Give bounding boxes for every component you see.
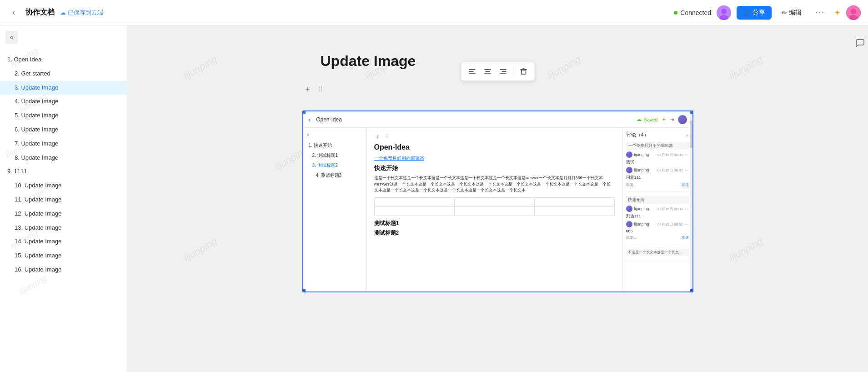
- edit-icon: ✏: [782, 9, 787, 16]
- comment-meta-1a: lijunping 04月15日 08:31 ···: [626, 151, 689, 158]
- inner-sidebar-collapse[interactable]: «: [307, 131, 363, 138]
- inner-comments-panel: 评论（4） » 一个免费且好用的编辑器 lijunping 04: [622, 128, 692, 292]
- saved-label: 已保存到云端: [68, 9, 103, 17]
- embed-wrapper: ‹ Open-Idea ☁ Saved ✦ ⇥: [302, 111, 693, 292]
- handle-bl[interactable]: [302, 289, 306, 292]
- inner-topbar: ‹ Open-Idea ☁ Saved ✦ ⇥: [303, 111, 692, 128]
- user-avatar-2[interactable]: [846, 5, 861, 20]
- comment-avatar-2a: [626, 206, 632, 212]
- comment-reply-area-1: 发送: [626, 182, 689, 187]
- comment-time-1a: 04月15日 08:31: [657, 152, 683, 157]
- inner-back-button[interactable]: ‹: [309, 116, 311, 123]
- svg-point-4: [851, 9, 856, 14]
- inner-nav-1[interactable]: 1. 快速开始: [307, 141, 363, 151]
- comment-more-2a[interactable]: ···: [685, 206, 688, 211]
- content-wrapper: Update Image +: [302, 53, 693, 292]
- sidebar-item-13[interactable]: 13. Update Image: [0, 221, 127, 235]
- handle-br[interactable]: [690, 289, 693, 292]
- drag-block-button[interactable]: ⠿: [315, 84, 326, 95]
- main-layout: lijunping lijunping lijunping lijunping …: [0, 25, 868, 372]
- sidebar-item-15[interactable]: 15. Update Image: [0, 249, 127, 263]
- inner-table: [374, 197, 615, 216]
- comment-meta-2b: lijunping 04月15日 08:32 ···: [626, 221, 689, 227]
- share-icon: 👤: [743, 9, 751, 16]
- brightness-button[interactable]: ✦: [834, 8, 841, 18]
- inner-nav-3[interactable]: 3. 测试标题2: [307, 161, 363, 171]
- inner-content-header: + ⠿: [374, 133, 615, 141]
- sidebar-item-9[interactable]: 9. 1111: [0, 165, 127, 179]
- user-avatar-1[interactable]: [717, 5, 731, 20]
- comment-author-2a: lijunping: [634, 206, 649, 211]
- cloud-save-status: ☁ 已保存到云端: [60, 9, 103, 17]
- inner-h1: Open-Idea: [374, 143, 615, 151]
- sidebar-item-10[interactable]: 10. Update Image: [0, 179, 127, 193]
- toolbar-divider: [513, 67, 513, 76]
- inner-h3-1: 测试标题1: [374, 220, 615, 227]
- sidebar-item-8[interactable]: 8. Update Image: [0, 151, 127, 165]
- comment-meta-2a: lijunping 04月15日 08:32 ···: [626, 206, 689, 212]
- edit-button[interactable]: ✏ 编辑: [777, 6, 806, 20]
- comment-reply-input-2[interactable]: [626, 236, 680, 240]
- comment-reply-input-1[interactable]: [626, 183, 680, 187]
- comments-title: 评论（4）: [626, 131, 649, 138]
- add-block-button[interactable]: +: [302, 84, 313, 95]
- connected-label: Connected: [680, 9, 711, 16]
- topbar-right: Connected 👤 分享 ✏ 编辑 ··· ✦: [674, 5, 861, 20]
- chat-icon-button[interactable]: [852, 35, 868, 51]
- handle-tr[interactable]: [690, 111, 693, 114]
- inner-scrollbar-thumb[interactable]: [690, 128, 692, 148]
- sidebar: lijunping lijunping lijunping lijunping …: [0, 25, 127, 372]
- sidebar-collapse-button[interactable]: «: [5, 31, 18, 44]
- comment-send-2[interactable]: 发送: [682, 235, 689, 240]
- inner-user-avatar[interactable]: [678, 115, 687, 124]
- comment-send-1[interactable]: 发送: [682, 182, 689, 187]
- align-center-button[interactable]: [480, 64, 495, 79]
- sidebar-item-2[interactable]: 2. Get started: [0, 67, 127, 81]
- sidebar-item-5[interactable]: 5. Update Image: [0, 109, 127, 123]
- inner-add-button[interactable]: +: [374, 133, 381, 141]
- sidebar-item-12[interactable]: 12. Update Image: [0, 207, 127, 221]
- comment-author-1b: lijunping: [634, 168, 649, 172]
- sidebar-item-1[interactable]: 1. Open Idea: [0, 53, 127, 67]
- more-button[interactable]: ···: [812, 6, 828, 19]
- sidebar-item-11[interactable]: 11. Update Image: [0, 193, 127, 207]
- back-button[interactable]: ‹: [7, 6, 20, 19]
- share-button[interactable]: 👤 分享: [737, 6, 772, 20]
- sidebar-item-6[interactable]: 6. Update Image: [0, 123, 127, 137]
- inner-nav-2[interactable]: 2. 测试标题1: [307, 151, 363, 161]
- comment-more-2b[interactable]: ···: [685, 222, 688, 227]
- comment-anchor-3: 不这是一个长文本这是一个长文...: [626, 249, 689, 256]
- comment-more-1a[interactable]: ···: [685, 152, 688, 157]
- comments-expand-icon[interactable]: »: [686, 132, 688, 138]
- delete-button[interactable]: [516, 64, 531, 79]
- comment-author-2b: lijunping: [634, 222, 649, 226]
- comment-anchor-1: 一个免费且好用的编辑器: [626, 142, 689, 150]
- page-title: Update Image: [321, 53, 416, 70]
- inner-link[interactable]: 一个免费且好用的编辑器: [374, 155, 615, 161]
- align-left-button[interactable]: [465, 64, 479, 79]
- comment-block-2: 快速开始 lijunping 04月15日 08:32 ··· 到达111: [626, 196, 689, 244]
- inner-sun-icon[interactable]: ✦: [662, 116, 666, 123]
- embed-frame[interactable]: ‹ Open-Idea ☁ Saved ✦ ⇥: [302, 111, 693, 292]
- inner-drag-button[interactable]: ⠿: [383, 133, 391, 141]
- connected-badge: Connected: [674, 9, 711, 16]
- inner-h2: 快速开始: [374, 164, 615, 172]
- sidebar-item-7[interactable]: 7. Update Image: [0, 137, 127, 151]
- comment-meta-1b: lijunping 04月15日 08:32 ···: [626, 167, 689, 173]
- inner-content: + ⠿ Open-Idea 一个免费且好用的编辑器 快速开始 这是一个长文本这是…: [367, 128, 622, 292]
- inner-scrollbar[interactable]: [690, 128, 692, 292]
- handle-tl[interactable]: [302, 111, 306, 114]
- sidebar-item-3[interactable]: 3. Update Image: [0, 81, 127, 95]
- sidebar-item-14[interactable]: 14. Update Image: [0, 235, 127, 249]
- topbar-left: ‹ 协作文档 ☁ 已保存到云端: [7, 6, 103, 19]
- page-heading-row: Update Image: [302, 53, 416, 79]
- align-right-button[interactable]: [496, 64, 510, 79]
- inner-body: « 1. 快速开始 2. 测试标题1 3. 测试标题2 4. 测试标题3 +: [303, 128, 692, 292]
- sidebar-item-4[interactable]: 4. Update Image: [0, 95, 127, 109]
- inner-saved-status: ☁ Saved: [637, 116, 657, 122]
- inner-nav-4[interactable]: 4. 测试标题3: [307, 171, 363, 181]
- comment-more-1b[interactable]: ···: [685, 168, 688, 173]
- block-actions-row: + ⠿: [302, 84, 326, 95]
- inner-share-icon[interactable]: ⇥: [670, 116, 674, 123]
- sidebar-item-16[interactable]: 16. Update Image: [0, 263, 127, 277]
